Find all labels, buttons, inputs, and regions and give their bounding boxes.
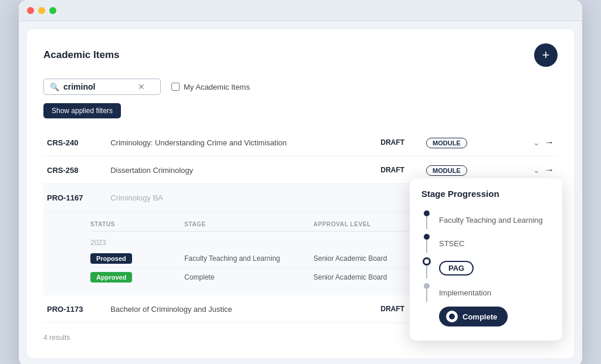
show-filters-button[interactable]: Show applied filters (43, 103, 121, 118)
stage-dot-done (424, 210, 430, 216)
stage-connector (426, 240, 427, 253)
approved-badge: Approved (90, 272, 132, 283)
sub-stage: Complete (184, 273, 313, 281)
stage-dot-pending (424, 283, 430, 289)
my-items-filter[interactable]: My Academic Items (171, 83, 250, 91)
complete-dot-icon (446, 311, 458, 322)
stage-item: Implementation (421, 281, 551, 304)
stage-item-active: PAG (421, 255, 551, 281)
filter-row: 🔍 ✕ My Academic Items (43, 79, 558, 95)
app-window: Academic Items + 🔍 ✕ My Academic Items S… (19, 0, 582, 364)
stage-connector (426, 289, 427, 302)
stage-label: Faculty Teaching and Learning (439, 216, 543, 224)
row-title: Dissertation Criminology (107, 157, 377, 184)
stage-item: STSEC (421, 232, 551, 255)
my-items-label: My Academic Items (184, 83, 250, 91)
minimize-dot[interactable] (38, 7, 45, 14)
proposed-badge: Proposed (90, 253, 132, 264)
row-title: Bachelor of Criminology and Justice (107, 295, 377, 323)
main-content: Academic Items + 🔍 ✕ My Academic Items S… (27, 29, 574, 358)
add-button[interactable]: + (534, 43, 558, 67)
stage-pill-active: PAG (439, 261, 474, 275)
sub-header-status: STATUS (90, 221, 184, 227)
maximize-dot[interactable] (49, 7, 56, 14)
module-badge: MODULE (426, 138, 467, 148)
stage-progression-popover: Stage Progression Faculty Teaching and L… (410, 178, 562, 341)
row-id: PRO-1167 (43, 184, 107, 212)
my-items-checkbox[interactable] (171, 83, 180, 91)
stage-list: Faculty Teaching and Learning STSEC (421, 208, 551, 329)
complete-label: Complete (462, 312, 497, 321)
stage-item: Faculty Teaching and Learning (421, 208, 551, 232)
row-title: Criminology: Understanding Crime and Vic… (107, 129, 377, 157)
stage-label: Implementation (439, 288, 491, 297)
navigate-arrow[interactable]: → (545, 137, 554, 148)
stage-dot-done (424, 234, 430, 240)
row-title: Criminology BA (107, 184, 377, 212)
titlebar (19, 0, 582, 21)
search-icon: 🔍 (50, 83, 59, 91)
navigate-arrow[interactable]: → (545, 165, 554, 175)
row-status: DRAFT (377, 129, 423, 157)
stage-connector (426, 266, 427, 278)
sub-header-stage: STAGE (184, 221, 313, 227)
table-row: CRS-240 Criminology: Understanding Crime… (43, 129, 558, 157)
stage-item-complete: Complete (421, 304, 551, 329)
search-box: 🔍 ✕ (43, 79, 161, 95)
clear-search-icon[interactable]: ✕ (138, 82, 145, 91)
module-badge: MODULE (426, 165, 467, 176)
sub-stage: Faculty Teaching and Learning (184, 254, 313, 263)
stage-label: STSEC (439, 239, 464, 248)
search-input[interactable] (63, 82, 134, 91)
row-actions-cell: ⌄ → (516, 129, 558, 157)
row-badge-cell: MODULE (423, 129, 516, 157)
row-id: PRO-1173 (43, 295, 107, 323)
page-header: Academic Items + (43, 43, 558, 67)
sub-status: Proposed (90, 253, 184, 264)
complete-stage-button[interactable]: Complete (439, 307, 508, 326)
stage-connector (426, 216, 427, 229)
page-title: Academic Items (43, 49, 119, 61)
expand-chevron[interactable]: ⌄ (533, 138, 540, 147)
sub-status: Approved (90, 271, 184, 283)
stage-dot-active (423, 257, 431, 266)
row-id: CRS-240 (43, 129, 107, 157)
close-dot[interactable] (27, 7, 34, 14)
expand-chevron[interactable]: ⌄ (533, 165, 540, 175)
row-id: CRS-258 (43, 157, 107, 184)
stage-popover-title: Stage Progression (421, 189, 551, 199)
